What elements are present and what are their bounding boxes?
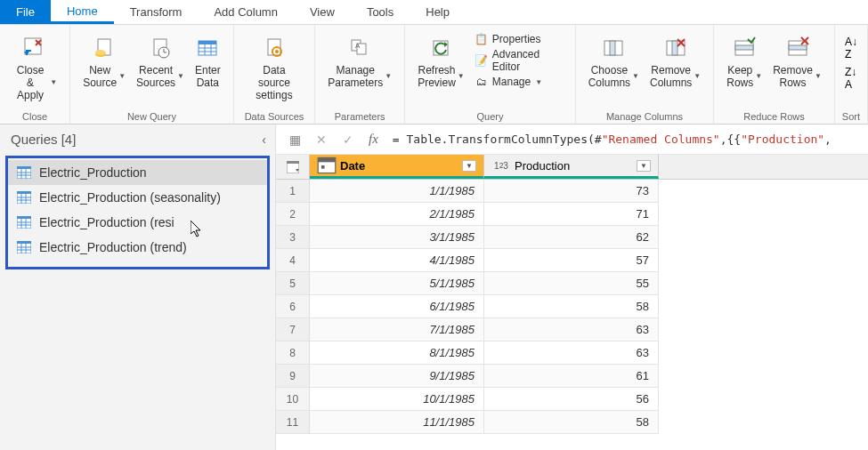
cell-production[interactable]: 56 — [484, 388, 659, 411]
cell-date[interactable]: 9/1/1985 — [310, 365, 484, 388]
row-number[interactable]: 10 — [276, 388, 310, 411]
row-number[interactable]: 11 — [276, 411, 310, 434]
new-source-button[interactable]: New Source ▼ — [77, 30, 131, 91]
tab-tools[interactable]: Tools — [351, 0, 410, 24]
tab-help[interactable]: Help — [410, 0, 466, 24]
cell-production[interactable]: 63 — [484, 318, 659, 342]
table-row[interactable]: 44/1/198557 — [276, 249, 868, 272]
cell-date[interactable]: 11/1/1985 — [310, 411, 484, 434]
cancel-formula-button[interactable]: ✕ — [308, 129, 335, 150]
advanced-editor-label: Advanced Editor — [492, 48, 566, 73]
chevron-down-icon: ▼ — [118, 70, 126, 83]
table-selector-icon[interactable]: ▦ — [281, 129, 308, 150]
cell-date[interactable]: 2/1/1985 — [310, 203, 484, 226]
refresh-icon — [428, 36, 453, 60]
cell-date[interactable]: 6/1/1985 — [310, 295, 484, 318]
enter-data-button[interactable]: Enter Data — [190, 30, 226, 91]
formula-bar: ▦ ✕ ✓ fx = Table.TransformColumnTypes(#"… — [276, 125, 868, 155]
row-number[interactable]: 3 — [276, 226, 310, 249]
row-number[interactable]: 4 — [276, 249, 310, 272]
choose-columns-button[interactable]: Choose Columns ▼ — [583, 30, 645, 91]
table-row[interactable]: 77/1/198563 — [276, 318, 868, 342]
tab-transform[interactable]: Transform — [114, 0, 199, 24]
manage-parameters-label: Manage Parameters — [328, 64, 383, 89]
remove-columns-button[interactable]: Remove Columns ▼ — [645, 30, 706, 91]
recent-sources-button[interactable]: Recent Sources ▼ — [131, 30, 190, 91]
svg-point-6 — [95, 50, 106, 55]
cell-date[interactable]: 4/1/1985 — [310, 249, 484, 272]
tab-file[interactable]: File — [0, 0, 51, 24]
cell-date[interactable]: 1/1/1985 — [310, 180, 484, 203]
query-item-seasonality[interactable]: Electric_Production (seasonality) — [8, 185, 267, 210]
row-number[interactable]: 6 — [276, 295, 310, 318]
table-row[interactable]: 99/1/198561 — [276, 365, 868, 388]
date-type-icon[interactable] — [317, 157, 337, 173]
tab-add-column[interactable]: Add Column — [198, 0, 294, 24]
row-number[interactable]: 8 — [276, 342, 310, 365]
cell-date[interactable]: 3/1/1985 — [310, 226, 484, 249]
row-number[interactable]: 7 — [276, 318, 310, 342]
select-all-cell[interactable] — [276, 155, 310, 179]
new-source-icon — [92, 36, 117, 60]
sort-desc-button[interactable]: Z↓A — [845, 66, 857, 91]
formula-text-mid: ,{{ — [720, 133, 741, 146]
row-number[interactable]: 9 — [276, 365, 310, 388]
grid-header: Date ▼ 123 Production ▼ — [276, 155, 868, 180]
data-source-settings-button[interactable]: Data source settings — [241, 30, 308, 103]
advanced-editor-button[interactable]: 📝Advanced Editor — [474, 47, 568, 74]
cell-production[interactable]: 62 — [484, 226, 659, 249]
row-number[interactable]: 5 — [276, 272, 310, 295]
sort-asc-button[interactable]: A↓Z — [845, 36, 857, 60]
recent-sources-icon — [148, 36, 173, 60]
cell-production[interactable]: 71 — [484, 203, 659, 226]
cell-production[interactable]: 57 — [484, 249, 659, 272]
cell-production[interactable]: 73 — [484, 180, 659, 203]
table-row[interactable]: 88/1/198563 — [276, 342, 868, 365]
table-row[interactable]: 22/1/198571 — [276, 203, 868, 226]
remove-rows-button[interactable]: Remove Rows ▼ — [767, 30, 827, 91]
tab-view[interactable]: View — [294, 0, 351, 24]
table-row[interactable]: 33/1/198562 — [276, 226, 868, 249]
column-filter-button[interactable]: ▼ — [462, 160, 476, 172]
cell-date[interactable]: 5/1/1985 — [310, 272, 484, 295]
query-item-electric-production[interactable]: Electric_Production — [8, 160, 267, 185]
cell-production[interactable]: 61 — [484, 365, 659, 388]
chevron-down-icon: ▼ — [815, 70, 822, 83]
table-icon — [17, 166, 31, 179]
column-header-date[interactable]: Date ▼ — [310, 155, 484, 179]
refresh-preview-button[interactable]: Refresh Preview ▼ — [412, 30, 470, 91]
table-row[interactable]: 1010/1/198556 — [276, 388, 868, 411]
row-number[interactable]: 2 — [276, 203, 310, 226]
group-manage-columns-label: Manage Columns — [606, 111, 683, 122]
column-header-production[interactable]: 123 Production ▼ — [484, 155, 659, 179]
cell-date[interactable]: 7/1/1985 — [310, 318, 484, 342]
int-type-icon[interactable]: 123 — [491, 157, 511, 173]
row-number[interactable]: 1 — [276, 180, 310, 203]
manage-button[interactable]: 🗂Manage ▼ — [474, 75, 568, 89]
keep-rows-button[interactable]: Keep Rows ▼ — [721, 30, 767, 91]
properties-button[interactable]: 📋Properties — [474, 32, 568, 46]
svg-rect-66 — [321, 165, 325, 169]
table-row[interactable]: 11/1/198573 — [276, 180, 868, 203]
manage-parameters-button[interactable]: A Manage Parameters ▼ — [322, 30, 397, 91]
table-row[interactable]: 66/1/198558 — [276, 295, 868, 318]
close-apply-button[interactable]: Close & Apply ▼ — [7, 30, 62, 103]
cell-production[interactable]: 55 — [484, 272, 659, 295]
cell-date[interactable]: 10/1/1985 — [310, 388, 484, 411]
formula-input[interactable]: = Table.TransformColumnTypes(#"Renamed C… — [385, 129, 868, 149]
collapse-panel-button[interactable]: ‹ — [262, 133, 266, 147]
cell-production[interactable]: 58 — [484, 295, 659, 318]
cell-production[interactable]: 63 — [484, 342, 659, 365]
query-item-residuals[interactable]: Electric_Production (resi — [8, 210, 267, 235]
accept-formula-button[interactable]: ✓ — [335, 129, 361, 150]
fx-icon[interactable]: fx — [361, 132, 385, 147]
table-row[interactable]: 1111/1/198558 — [276, 411, 868, 434]
cell-production[interactable]: 58 — [484, 411, 659, 434]
query-item-trend[interactable]: Electric_Production (trend) — [8, 235, 267, 260]
column-filter-button[interactable]: ▼ — [637, 160, 651, 172]
refresh-preview-label: Refresh Preview — [418, 64, 456, 89]
table-row[interactable]: 55/1/198555 — [276, 272, 868, 295]
tab-home[interactable]: Home — [51, 0, 114, 24]
group-query: Refresh Preview ▼ 📋Properties 📝Advanced … — [405, 25, 576, 124]
cell-date[interactable]: 8/1/1985 — [310, 342, 484, 365]
